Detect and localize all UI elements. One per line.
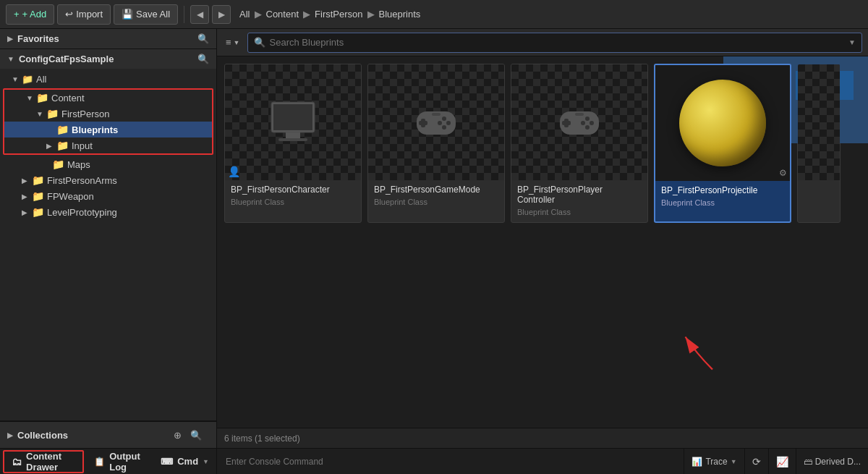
asset-thumb-playercontroller [511,64,647,180]
asset-grid: 👤 BP_FirstPersonCharacter Blueprint Clas… [217,56,868,428]
folder-icon-selected: 📁 [56,124,69,135]
expand-icon: ▼ [12,75,19,83]
sidebar: ▶ Favorites 🔍 ▼ ConfigCatFpsSample 🔍 ▼ 📁 [0,29,217,448]
person-badge-icon: 👤 [228,166,240,177]
search-collection-button[interactable]: 🔍 [187,426,205,444]
drawer-icon: 🗂 [12,456,22,467]
asset-card-projectile[interactable]: ⚙ BP_FirstPersonProjectile Blueprint Cla… [654,64,791,223]
collections-section: ▶ Collections ⊕ 🔍 [0,421,216,448]
red-outline-box: ▼ 📁 Content ▼ 📁 FirstPerson 📁 Bl [3,88,213,155]
svg-rect-7 [278,138,307,141]
bottom-right-panel: 📊 Trace ▼ ⟳ 📈 🗃 Derived D... [684,449,868,474]
bottom-bar: 🗂 Content Drawer 📋 Output Log ⌨ Cmd ▼ 📊 … [0,448,868,474]
save-icon: 💾 [122,9,133,20]
trace-label: Trace [705,457,727,467]
add-button[interactable]: + + Add [6,4,54,25]
asset-grid-container: 👤 BP_FirstPersonCharacter Blueprint Clas… [224,64,861,223]
asset-name-character: BP_FirstPersonCharacter [225,180,361,196]
folder-icon: 📁 [22,74,33,85]
tree-item-content[interactable]: ▼ 📁 Content [4,90,212,106]
asset-thumb-partial [798,64,840,180]
folder-icon: 📁 [36,92,48,103]
sphere-container [672,72,773,174]
import-icon: ↩ [65,9,73,20]
tree-item-firstpersonarms[interactable]: ▶ 📁 FirstPersonArms [0,172,216,188]
search-dropdown-icon[interactable]: ▼ [848,38,856,46]
derived-data-button[interactable]: 🗃 Derived D... [796,449,868,474]
derived-icon: 🗃 [804,457,812,467]
svg-point-11 [442,117,446,121]
expand-arrow-icon: ▶ [7,431,13,439]
add-collection-button[interactable]: ⊕ [169,426,186,444]
asset-card-character[interactable]: 👤 BP_FirstPersonCharacter Blueprint Clas… [224,64,362,223]
tree-item-input[interactable]: ▶ 📁 Input [4,137,212,153]
breadcrumb-all[interactable]: All [239,9,250,20]
asset-card-playercontroller[interactable]: BP_FirstPersonPlayer Controller Blueprin… [511,64,648,223]
search-input[interactable] [270,37,845,48]
content-drawer-redbox: 🗂 Content Drawer [3,450,84,473]
item-count: 6 items (1 selected) [224,433,300,444]
tree-item-fpweapon[interactable]: ▶ 📁 FPWeapon [0,188,216,204]
bottom-left: 🗂 Content Drawer 📋 Output Log ⌨ Cmd ▼ [0,449,217,474]
tree-item-maps[interactable]: 📁 Maps [0,156,216,172]
svg-rect-15 [432,113,441,116]
svg-point-21 [581,121,585,125]
import-button[interactable]: ↩ Import [57,4,111,25]
output-log-icon: 📋 [94,457,105,467]
tree-item-levelprototyping[interactable]: ▶ 📁 LevelPrototyping [0,204,216,220]
file-tree: ▼ 📁 All ▼ 📁 Content ▼ 📁 [0,69,216,420]
asset-name-gamemode: BP_FirstPersonGameMode [368,180,504,196]
asset-type-gamemode: Blueprint Class [368,196,504,212]
trace-icon: 📊 [692,457,702,467]
add-label: + Add [22,9,47,20]
expand-icon: ▶ [46,142,54,150]
favorites-header[interactable]: ▶ Favorites 🔍 [0,29,216,48]
metrics-button-2[interactable]: 📈 [768,449,796,474]
breadcrumb: All ▶ Content ▶ FirstPerson ▶ Blueprints [239,9,420,20]
metrics-button-1[interactable]: ⟳ [744,449,768,474]
project-search-icon[interactable]: 🔍 [197,54,209,64]
derived-label: Derived D... [815,457,861,467]
filter-icon: ≡ [226,37,231,48]
asset-thumb-character: 👤 [225,64,361,180]
status-bar: 6 items (1 selected) [217,428,868,448]
output-log-button[interactable]: 📋 Output Log [87,449,153,474]
sphere-shape [679,80,766,166]
breadcrumb-firstperson[interactable]: FirstPerson [315,9,362,20]
favorites-section: ▶ Favorites 🔍 [0,29,216,49]
cmd-icon: ⌨ [161,457,173,467]
content-drawer-button[interactable]: 🗂 Content Drawer [4,452,82,472]
tree-item-firstperson[interactable]: ▼ 📁 FirstPerson [4,106,212,122]
favorites-label: Favorites [17,33,59,44]
save-all-button[interactable]: 💾 Save All [114,4,178,25]
breadcrumb-content[interactable]: Content [266,9,299,20]
search-icon[interactable]: 🔍 [197,33,209,44]
filter-button[interactable]: ≡ ▼ [223,35,243,49]
cmd-label: Cmd [177,456,198,467]
search-bar: ≡ ▼ 🔍 ▼ [217,29,868,56]
expand-icon: ▶ [22,192,29,200]
svg-point-13 [438,121,442,125]
console-input[interactable] [226,457,675,467]
collections-header[interactable]: ▶ Collections ⊕ 🔍 [0,422,216,448]
svg-rect-6 [286,132,300,138]
cmd-button[interactable]: ⌨ Cmd ▼ [153,449,216,474]
search-icon: 🔍 [254,37,265,48]
nav-back-button[interactable]: ◀ [190,5,209,24]
folder-icon: 📁 [56,140,69,151]
dropdown-arrow-icon: ▼ [234,39,240,46]
red-arrow [680,324,723,384]
svg-rect-18 [562,121,571,125]
trace-button[interactable]: 📊 Trace ▼ [684,449,744,474]
tree-item-all[interactable]: ▼ 📁 All [0,72,216,87]
content-drawer-label: Content Drawer [26,451,75,473]
collections-label: Collections [17,430,68,441]
asset-card-gamemode[interactable]: BP_FirstPersonGameMode Blueprint Class [367,64,505,223]
tree-item-blueprints[interactable]: 📁 Blueprints [4,122,212,137]
content-area: ≡ ▼ 🔍 ▼ [217,29,868,448]
asset-type-playercontroller: Blueprint Class [511,206,647,222]
breadcrumb-blueprints[interactable]: Blueprints [379,9,421,20]
project-header[interactable]: ▼ ConfigCatFpsSample 🔍 [0,49,216,69]
nav-forward-button[interactable]: ▶ [212,5,231,24]
expand-arrow-icon: ▼ [7,55,14,63]
